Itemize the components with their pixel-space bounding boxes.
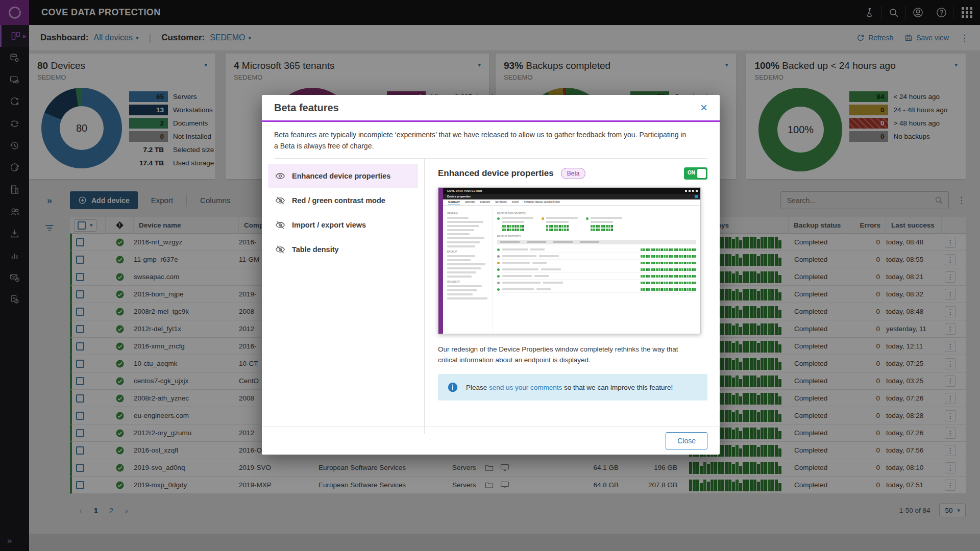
toggle-state-label: ON bbox=[688, 170, 695, 176]
skeleton-element bbox=[502, 262, 530, 264]
skeleton-element bbox=[447, 271, 476, 273]
skeleton-element bbox=[542, 217, 544, 220]
skeleton-element bbox=[532, 262, 547, 264]
preview-tab: HISTORY bbox=[465, 201, 475, 205]
skeleton-element bbox=[641, 262, 696, 264]
preview-tab: AUDIT bbox=[512, 201, 519, 205]
skeleton-element bbox=[497, 273, 696, 280]
toggle-knob bbox=[697, 169, 706, 178]
skeleton-element: GENERALBACKUPRECOVERY bbox=[443, 206, 493, 334]
skeleton-element bbox=[447, 285, 482, 287]
preview-tab: SETTINGS bbox=[495, 201, 507, 205]
feature-item-table-density[interactable]: Table density bbox=[268, 237, 418, 262]
send-comments-link[interactable]: send us your comments bbox=[489, 384, 562, 391]
feature-label: Red / green contrast mode bbox=[292, 196, 385, 205]
skeleton-element bbox=[536, 288, 551, 290]
preview-titlebar: COVE DATA PROTECTION bbox=[443, 188, 700, 194]
skeleton-element bbox=[447, 233, 470, 235]
feedback-callout: Please send us your comments so that we … bbox=[438, 374, 707, 400]
skeleton-element bbox=[502, 288, 534, 290]
feature-item-enhanced-device-properties[interactable]: Enhanced device properties bbox=[268, 164, 418, 188]
skeleton-element bbox=[497, 246, 696, 253]
close-button[interactable]: Close bbox=[666, 432, 707, 449]
preview-brand-strip bbox=[438, 188, 443, 334]
eye-icon bbox=[275, 171, 285, 181]
feature-description: Our redesign of the Device Properties wi… bbox=[438, 344, 683, 366]
beta-features-modal: Beta features × Beta features are typica… bbox=[262, 95, 720, 455]
skeleton-element bbox=[541, 268, 561, 270]
preview-window-controls bbox=[685, 190, 698, 192]
modal-description: Beta features are typically incomplete ‘… bbox=[262, 122, 701, 158]
feature-detail-pane: Enhanced device properties Beta ON COVE … bbox=[424, 159, 720, 434]
skeleton-element bbox=[497, 282, 500, 284]
skeleton-element bbox=[546, 221, 569, 223]
feature-label: Import / export views bbox=[292, 221, 366, 229]
skeleton-element bbox=[591, 217, 622, 232]
skeleton-element bbox=[502, 225, 533, 228]
eye-off-icon bbox=[275, 195, 285, 206]
skeleton-element bbox=[539, 255, 559, 257]
skeleton-element bbox=[502, 248, 528, 251]
preview-tabs: SUMMARYHISTORYERRORSSETTINGSAUDITSTANDBY… bbox=[443, 199, 700, 206]
skeleton-element bbox=[502, 282, 541, 284]
skeleton-element bbox=[546, 217, 578, 219]
skeleton-element bbox=[447, 237, 484, 239]
eye-off-icon bbox=[275, 220, 285, 230]
skeleton-element bbox=[447, 293, 473, 295]
skeleton-element bbox=[447, 263, 485, 265]
feature-preview: COVE DATA PROTECTION Device properties S… bbox=[438, 187, 701, 334]
eye-off-icon bbox=[275, 244, 285, 255]
beta-feature-list: Enhanced device properties Red / green c… bbox=[262, 159, 424, 434]
skeleton-element bbox=[546, 225, 578, 228]
preview-accent-square bbox=[695, 195, 698, 198]
skeleton-element bbox=[502, 221, 524, 223]
skeleton-element bbox=[447, 267, 481, 269]
feature-item-import-export-views[interactable]: Import / export views bbox=[268, 213, 418, 237]
skeleton-element bbox=[497, 288, 500, 291]
skeleton-element bbox=[497, 266, 696, 273]
skeleton-element bbox=[497, 248, 500, 251]
skeleton-element bbox=[497, 286, 696, 293]
modal-title: Beta features bbox=[274, 102, 339, 114]
feature-label: Table density bbox=[292, 245, 339, 254]
info-icon bbox=[447, 382, 458, 393]
skeleton-element bbox=[497, 260, 696, 266]
skeleton-element bbox=[591, 217, 622, 219]
feedback-text: Please send us your comments so that we … bbox=[466, 384, 673, 391]
skeleton-element bbox=[447, 297, 487, 299]
close-icon[interactable]: × bbox=[700, 102, 707, 114]
skeleton-element: BACKUP DATA SOURCESBACKUP STATISTICS bbox=[493, 206, 700, 334]
preview-window-title: Device properties bbox=[443, 194, 700, 199]
skeleton-element bbox=[502, 217, 533, 219]
skeleton-element bbox=[447, 217, 469, 219]
skeleton-element bbox=[497, 262, 500, 264]
skeleton-element bbox=[497, 280, 696, 286]
skeleton-element bbox=[641, 288, 696, 291]
skeleton-element bbox=[591, 229, 622, 231]
skeleton-element bbox=[447, 245, 475, 247]
skeleton-element bbox=[447, 255, 475, 257]
skeleton-element bbox=[542, 217, 578, 232]
skeleton-element bbox=[502, 255, 536, 257]
skeleton-element bbox=[497, 217, 500, 220]
skeleton-element: BACKUP bbox=[447, 251, 488, 253]
skeleton-element: BACKUP STATISTICS bbox=[497, 235, 696, 238]
preview-tab: SUMMARY bbox=[448, 201, 460, 205]
skeleton-element bbox=[591, 225, 622, 228]
skeleton-element bbox=[586, 217, 622, 232]
skeleton-element bbox=[641, 275, 696, 278]
skeleton-element bbox=[586, 217, 589, 220]
skeleton-element bbox=[641, 282, 696, 284]
skeleton-element bbox=[497, 253, 696, 260]
beta-badge: Beta bbox=[561, 168, 586, 179]
modal-header: Beta features × bbox=[262, 95, 720, 122]
skeleton-element bbox=[447, 225, 479, 227]
feature-detail-title: Enhanced device properties bbox=[438, 168, 554, 179]
skeleton-element: BACKUP DATA SOURCES bbox=[497, 212, 696, 215]
skeleton-element bbox=[447, 221, 483, 223]
feature-item-red-green-contrast[interactable]: Red / green contrast mode bbox=[268, 188, 418, 213]
skeleton-element bbox=[534, 275, 549, 277]
skeleton-element bbox=[497, 240, 696, 244]
skeleton-element bbox=[591, 221, 613, 223]
feature-toggle[interactable]: ON bbox=[684, 167, 707, 180]
